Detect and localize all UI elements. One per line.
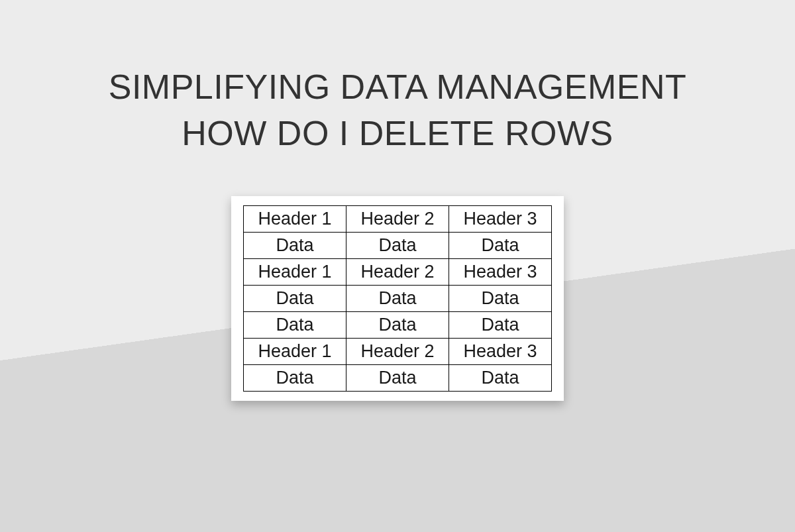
table-row: Data Data Data [244, 365, 552, 392]
table-cell: Header 3 [449, 206, 552, 233]
table-row: Data Data Data [244, 312, 552, 339]
table-cell: Header 1 [244, 259, 346, 286]
table-cell: Header 2 [346, 206, 449, 233]
example-table: Header 1 Header 2 Header 3 Data Data Dat… [243, 205, 552, 392]
table-cell: Data [449, 233, 552, 259]
table-cell: Data [449, 365, 552, 392]
table-cell: Header 2 [346, 339, 449, 365]
table-row: Data Data Data [244, 286, 552, 312]
table-cell: Header 2 [346, 259, 449, 286]
title-line-2: HOW DO I DELETE ROWS [109, 110, 687, 156]
table-cell: Header 1 [244, 339, 346, 365]
table-cell: Data [449, 286, 552, 312]
table-row: Header 1 Header 2 Header 3 [244, 259, 552, 286]
example-table-card: Header 1 Header 2 Header 3 Data Data Dat… [231, 196, 564, 401]
table-cell: Data [244, 365, 346, 392]
table-cell: Data [346, 365, 449, 392]
table-cell: Data [346, 286, 449, 312]
page-title: SIMPLIFYING DATA MANAGEMENT HOW DO I DEL… [109, 64, 687, 156]
table-cell: Data [244, 286, 346, 312]
table-cell: Data [346, 312, 449, 339]
table-cell: Data [449, 312, 552, 339]
table-cell: Header 3 [449, 339, 552, 365]
table-cell: Data [244, 312, 346, 339]
table-row: Data Data Data [244, 233, 552, 259]
table-row: Header 1 Header 2 Header 3 [244, 206, 552, 233]
table-cell: Data [346, 233, 449, 259]
table-cell: Header 3 [449, 259, 552, 286]
table-cell: Data [244, 233, 346, 259]
title-line-1: SIMPLIFYING DATA MANAGEMENT [109, 64, 687, 110]
table-row: Header 1 Header 2 Header 3 [244, 339, 552, 365]
table-cell: Header 1 [244, 206, 346, 233]
